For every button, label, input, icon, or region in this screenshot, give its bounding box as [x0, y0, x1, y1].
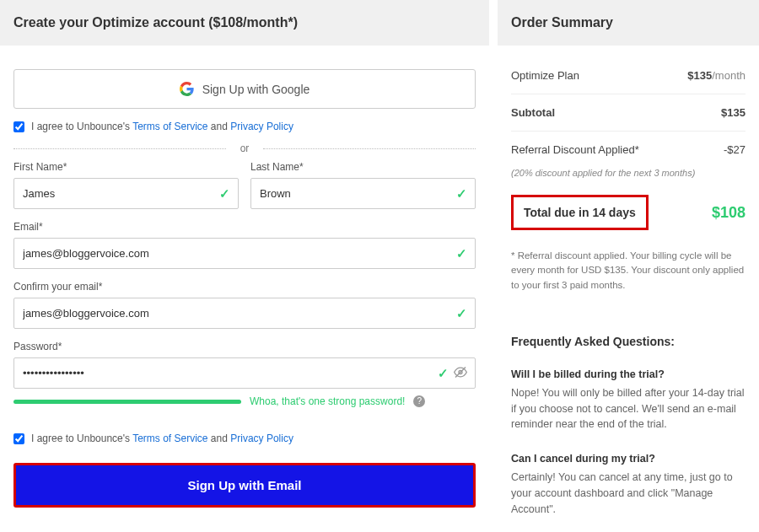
discount-label: Referral Discount Applied* — [511, 143, 639, 156]
email-label: Email* — [13, 221, 476, 233]
password-label: Password* — [13, 341, 476, 352]
email-consent-checkbox[interactable] — [13, 433, 24, 444]
plan-price: $135/month — [687, 69, 746, 82]
faq-section: Frequently Asked Questions: Will I be bi… — [498, 318, 759, 532]
check-icon: ✓ — [456, 306, 467, 321]
check-icon: ✓ — [456, 186, 467, 202]
signup-email-button[interactable]: Sign Up with Email — [13, 463, 476, 508]
email-consent-row: I agree to Unbounce's Terms of Service a… — [13, 433, 476, 444]
consent-text: I agree to Unbounce's Terms of Service a… — [31, 121, 293, 132]
confirm-email-input[interactable] — [13, 298, 476, 329]
total-due-value: $108 — [712, 204, 746, 222]
tos-link[interactable]: Terms of Service — [132, 433, 207, 444]
discount-note: (20% discount applied for the next 3 mon… — [511, 168, 746, 190]
privacy-link[interactable]: Privacy Policy — [230, 121, 293, 132]
faq-answer: Certainly! You can cancel at any time, j… — [511, 470, 746, 517]
discount-value: -$27 — [724, 143, 746, 156]
last-name-input[interactable] — [250, 178, 476, 209]
first-name-label: First Name* — [13, 161, 239, 173]
help-icon[interactable]: ? — [413, 395, 425, 407]
check-icon: ✓ — [438, 366, 449, 381]
subtotal-label: Subtotal — [511, 106, 555, 119]
privacy-link[interactable]: Privacy Policy — [230, 433, 293, 444]
google-signup-label: Sign Up with Google — [202, 83, 310, 96]
consent-text: I agree to Unbounce's Terms of Service a… — [31, 433, 293, 444]
page-title: Create your Optimize account ($108/month… — [0, 0, 489, 46]
faq-title: Frequently Asked Questions: — [511, 335, 746, 348]
password-input[interactable] — [13, 357, 476, 389]
password-strength-bar — [13, 400, 241, 404]
faq-answer: Nope! You will only be billed after your… — [511, 385, 746, 433]
tos-link[interactable]: Terms of Service — [132, 121, 207, 132]
eye-icon[interactable] — [454, 365, 467, 381]
order-summary-panel: Order Summary Optimize Plan $135/month S… — [489, 0, 759, 532]
order-summary-title: Order Summary — [498, 0, 759, 46]
confirm-email-label: Confirm your email* — [13, 281, 476, 293]
first-name-input[interactable] — [13, 178, 239, 209]
plan-label: Optimize Plan — [511, 69, 579, 82]
faq-item: Will I be billed during the trial? Nope!… — [511, 368, 746, 433]
signup-panel: Create your Optimize account ($108/month… — [0, 0, 489, 532]
google-consent-checkbox[interactable] — [13, 121, 24, 132]
google-signup-button[interactable]: Sign Up with Google — [13, 69, 476, 109]
google-consent-row: I agree to Unbounce's Terms of Service a… — [13, 121, 476, 132]
total-due-label: Total due in 14 days — [511, 195, 649, 230]
check-icon: ✓ — [456, 246, 467, 261]
email-input[interactable] — [13, 238, 476, 269]
last-name-label: Last Name* — [250, 161, 476, 173]
google-icon — [180, 82, 194, 96]
or-divider: or — [13, 142, 476, 154]
check-icon: ✓ — [219, 186, 230, 202]
password-strength-text: Whoa, that's one strong password! — [250, 395, 405, 407]
subtotal-value: $135 — [721, 106, 746, 119]
faq-question: Can I cancel during my trial? — [511, 453, 746, 465]
faq-item: Can I cancel during my trial? Certainly!… — [511, 453, 746, 517]
order-disclaimer: * Referral discount applied. Your billin… — [511, 242, 746, 306]
faq-question: Will I be billed during the trial? — [511, 368, 746, 380]
